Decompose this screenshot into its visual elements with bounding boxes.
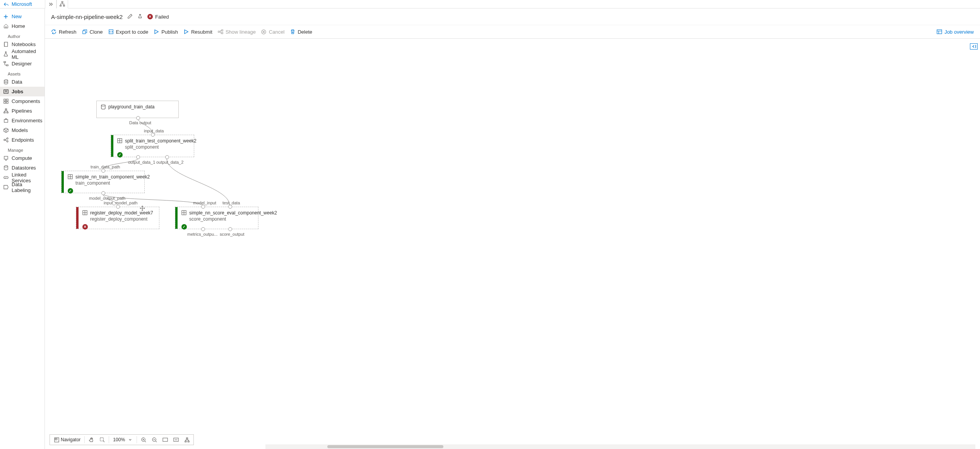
sidebar-item-labeling[interactable]: Data Labeling	[0, 182, 44, 192]
tab-expand[interactable]	[45, 0, 56, 9]
clone-button[interactable]: Clone	[82, 29, 103, 35]
port-output-data-1[interactable]	[136, 155, 140, 159]
port-label: score_output	[220, 232, 245, 236]
sidebar-item-endpoints[interactable]: Endpoints	[0, 135, 44, 145]
clone-label: Clone	[90, 29, 103, 35]
expand-panel-button[interactable]	[970, 43, 978, 50]
zoom-out-button[interactable]	[149, 435, 159, 445]
cancel-icon	[261, 29, 267, 34]
port-label: model_input	[193, 201, 216, 205]
status-success-icon: ✓	[181, 224, 187, 230]
port-output-data-2[interactable]	[165, 155, 169, 159]
zoom-in-button[interactable]	[139, 435, 149, 445]
auto-layout-button[interactable]	[182, 435, 192, 445]
port-label: output_data_2	[156, 160, 183, 165]
node-split[interactable]: split_train_test_component_week2 split_c…	[111, 135, 194, 157]
port-label: Data output	[129, 120, 151, 125]
scrollbar-thumb[interactable]	[327, 445, 443, 448]
link-icon	[3, 175, 9, 180]
sidebar-home[interactable]: Home	[0, 21, 44, 31]
datastores-icon	[3, 165, 9, 171]
port-score-output[interactable]	[228, 227, 232, 231]
port-data-output[interactable]	[136, 116, 140, 120]
port-model-output-path[interactable]	[101, 191, 105, 195]
actual-size-button[interactable]	[171, 435, 181, 445]
fit-icon	[162, 437, 168, 442]
publish-button[interactable]: Publish	[154, 29, 178, 35]
sidebar-item-datastores[interactable]: Datastores	[0, 163, 44, 173]
pipeline-icon	[60, 1, 65, 7]
tag-icon	[3, 185, 9, 190]
node-register[interactable]: register_deploy_model_week7 register_dep…	[76, 207, 159, 229]
back-arrow-icon	[4, 2, 9, 7]
sidebar-item-data[interactable]: Data	[0, 77, 44, 87]
sidebar-item-label: Models	[12, 127, 28, 133]
resubmit-button[interactable]: Resubmit	[183, 29, 212, 35]
fit-screen-button[interactable]	[160, 435, 170, 445]
select-icon	[99, 437, 105, 442]
export-code-button[interactable]: Export to code	[108, 29, 149, 35]
zoom-label: 100%	[113, 437, 125, 442]
expand-icon	[971, 45, 977, 48]
sidebar-item-environments[interactable]: Environments	[0, 116, 44, 125]
share-button[interactable]	[137, 14, 143, 20]
svg-rect-12	[5, 109, 7, 110]
sidebar-item-designer[interactable]: Designer	[0, 59, 44, 69]
sidebar-item-label: Compute	[12, 155, 32, 161]
pencil-icon	[127, 14, 133, 19]
port-test-data[interactable]	[228, 205, 232, 209]
back-link[interactable]: Microsoft	[0, 0, 45, 8]
port-model-input[interactable]	[201, 205, 205, 209]
sidebar-item-components[interactable]: Components	[0, 96, 44, 106]
node-subtitle: split_component	[125, 144, 190, 150]
compute-icon	[3, 156, 9, 161]
node-playground-train-data[interactable]: playground_train_data	[96, 101, 179, 118]
sidebar-item-automl[interactable]: Automated ML	[0, 49, 44, 59]
sidebar-item-pipelines[interactable]: Pipelines	[0, 106, 44, 116]
port-metrics-output[interactable]	[201, 227, 205, 231]
sidebar-item-label: Components	[12, 98, 40, 104]
sidebar-item-jobs[interactable]: Jobs	[0, 87, 44, 96]
svg-rect-8	[3, 99, 5, 101]
sidebar-item-label: Pipelines	[12, 108, 32, 114]
port-input-data[interactable]	[151, 133, 155, 137]
port-input-model-path[interactable]	[116, 205, 120, 209]
sidebar-item-compute[interactable]: Compute	[0, 153, 44, 163]
svg-point-16	[3, 139, 5, 141]
svg-point-28	[101, 105, 105, 106]
pipeline-canvas[interactable]: playground_train_data Data output input_…	[45, 39, 980, 449]
job-overview-button[interactable]: Job overview	[937, 29, 974, 35]
status-bar-error	[76, 207, 79, 229]
pan-button[interactable]	[86, 435, 96, 445]
sidebar-item-label: Notebooks	[12, 41, 36, 47]
horizontal-scrollbar[interactable]	[265, 444, 975, 449]
zoom-level[interactable]: 100%	[111, 435, 135, 445]
svg-point-6	[4, 80, 7, 81]
svg-rect-10	[3, 101, 5, 103]
notebook-icon	[3, 42, 9, 47]
select-button[interactable]	[97, 435, 107, 445]
delete-label: Delete	[298, 29, 312, 35]
delete-button[interactable]: Delete	[290, 29, 312, 35]
port-train-data-path[interactable]	[101, 169, 105, 173]
node-train[interactable]: simple_nn_train_component_week2 train_co…	[61, 171, 145, 193]
node-score[interactable]: simple_nn_score_eval_component_week2 sco…	[175, 207, 258, 229]
components-icon	[3, 99, 9, 104]
home-icon	[3, 24, 9, 29]
node-title-label: simple_nn_train_component_week2	[75, 174, 150, 180]
sidebar-item-models[interactable]: Models	[0, 125, 44, 135]
port-label: output_data_1	[128, 160, 155, 165]
sidebar-item-linked[interactable]: Linked Services	[0, 173, 44, 182]
sidebar-item-notebooks[interactable]: Notebooks	[0, 39, 44, 49]
node-subtitle: register_deploy_component	[90, 216, 155, 222]
svg-rect-27	[937, 30, 942, 34]
sidebar-new[interactable]: New	[0, 12, 44, 21]
port-label: model_output_path	[89, 196, 125, 201]
dataset-icon	[101, 104, 106, 110]
svg-rect-5	[6, 65, 8, 66]
refresh-button[interactable]: Refresh	[51, 29, 77, 35]
edit-button[interactable]	[127, 14, 133, 20]
navigator-button[interactable]: Navigator	[51, 435, 83, 445]
svg-rect-4	[3, 62, 5, 63]
tab-pipeline[interactable]	[56, 0, 68, 9]
